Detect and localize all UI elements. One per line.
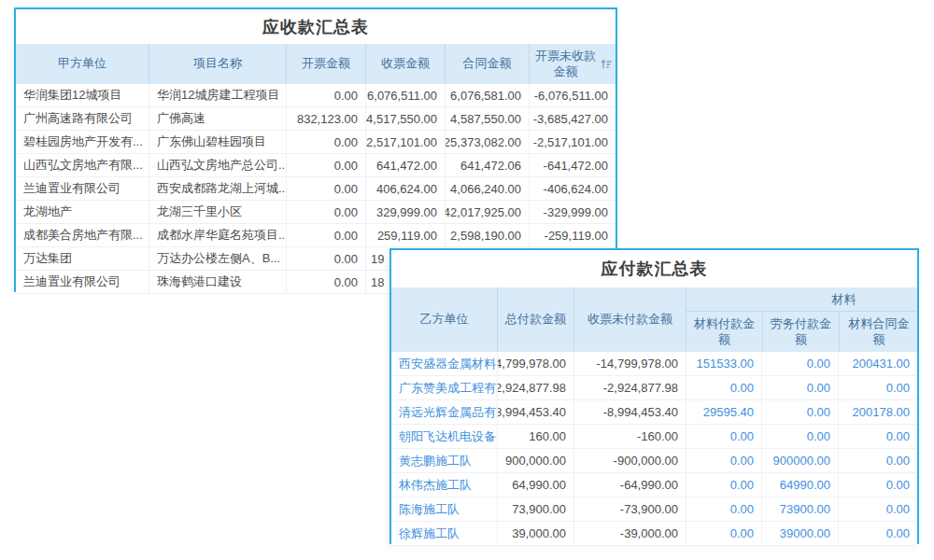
cell-invoiced-unpaid: -3,685,427.00 (529, 107, 616, 130)
table-row: 成都美合房地产有限... 成都水岸华庭名苑项目... 0.00 259,119.… (16, 224, 616, 247)
cell-party-b[interactable]: 黄志鹏施工队 (391, 449, 497, 472)
cell-material-contract[interactable]: 0.00 (838, 425, 917, 448)
cell-project: 万达办公楼左侧A、B... (149, 247, 286, 270)
cell-labor-paid[interactable]: 39000.00 (761, 522, 838, 545)
cell-invoice-unpaid: -160.00 (573, 425, 686, 448)
col-header-total-paid[interactable]: 总付款金额 (497, 287, 573, 352)
cell-invoiced: 0.00 (286, 271, 365, 293)
cell-invoiced-unpaid: -6,076,511.00 (529, 84, 616, 106)
table-row: 广州高速路有限公司 广佛高速 832,123.00 4,517,550.00 4… (16, 107, 616, 131)
cell-contract: 2,598,190.00 (445, 224, 529, 246)
cell-party-b[interactable]: 西安盛器金属材料有 (391, 352, 497, 375)
cell-party-a: 华润集团12城项目 (16, 84, 149, 106)
cell-party-a: 兰迪置业有限公司 (16, 177, 149, 200)
col-header-invoiced-unpaid[interactable]: 开票未收款金额 (529, 44, 616, 84)
cell-invoiced: 0.00 (286, 247, 365, 270)
table-row: 广东赞美成工程有限 2,924,877.98 -2,924,877.98 0.0… (391, 376, 917, 400)
cell-party-b[interactable]: 陈海施工队 (391, 497, 497, 521)
cell-total-paid: 160.00 (497, 425, 573, 448)
col-header-project[interactable]: 项目名称 (149, 44, 286, 84)
col-header-invoiced[interactable]: 开票金额 (286, 44, 365, 84)
cell-material-paid[interactable]: 0.00 (686, 376, 761, 399)
cell-invoiced-unpaid: -259,119.00 (529, 224, 616, 246)
table-row: 朝阳飞达机电设备有 160.00 -160.00 0.00 0.00 0.00 (391, 425, 917, 449)
cell-material-contract[interactable]: 0.00 (838, 473, 917, 497)
col-header-party-a[interactable]: 甲方单位 (16, 44, 149, 84)
col-header-invoice-unpaid[interactable]: 收票未付款金额 (573, 287, 686, 352)
cell-party-a: 龙湖地产 (16, 201, 149, 223)
cell-material-contract[interactable]: 200178.00 (838, 400, 917, 424)
table-row: 龙湖地产 龙湖三千里小区 0.00 329,999.00 42,017,925.… (16, 201, 616, 224)
col-header-received[interactable]: 收票金额 (365, 44, 445, 84)
cell-invoiced: 0.00 (286, 177, 365, 200)
cell-party-b[interactable]: 清远光辉金属品有限 (391, 400, 497, 424)
cell-contract: 4,066,240.00 (445, 177, 529, 200)
cell-invoiced-unpaid: -641,472.00 (529, 154, 616, 176)
cell-project: 华润12城房建工程项目 (149, 84, 286, 106)
cell-party-b[interactable]: 朝阳飞达机电设备有 (391, 425, 497, 448)
cell-contract: 42,017,925.00 (445, 201, 529, 223)
cell-material-contract[interactable]: 0.00 (838, 449, 917, 472)
cell-total-paid: 39,000.00 (497, 522, 573, 545)
cell-received: 641,472.00 (365, 154, 445, 176)
cell-invoiced: 0.00 (286, 154, 365, 176)
cell-material-contract[interactable]: 0.00 (838, 376, 917, 399)
cell-material-paid[interactable]: 0.00 (686, 449, 761, 472)
cell-invoiced: 0.00 (286, 84, 365, 106)
cell-labor-paid[interactable]: 64990.00 (761, 473, 838, 497)
payables-table: 应付款汇总表 乙方单位 总付款金额 收票未付款金额 材料 材料付款金额 劳务付款… (389, 248, 919, 544)
cell-contract: 4,587,550.00 (445, 107, 529, 130)
col-header-labor-paid[interactable]: 劳务付款金额 (762, 312, 839, 352)
cell-material-paid[interactable]: 0.00 (686, 522, 761, 545)
cell-material-paid[interactable]: 29595.40 (686, 400, 761, 424)
cell-party-b[interactable]: 徐辉施工队 (391, 522, 497, 545)
cell-material-contract[interactable]: 0.00 (838, 522, 917, 545)
cell-invoice-unpaid: -2,924,877.98 (573, 376, 686, 399)
col-header-invoiced-unpaid-label: 开票未收款金额 (533, 49, 598, 79)
cell-invoice-unpaid: -73,900.00 (573, 497, 686, 521)
table-row: 西安盛器金属材料有 14,799,978.00 -14,799,978.00 1… (391, 352, 917, 376)
col-header-material-contract[interactable]: 材料合同金额 (839, 312, 918, 352)
cell-invoiced: 0.00 (286, 131, 365, 153)
table-row: 黄志鹏施工队 900,000.00 -900,000.00 0.00 90000… (391, 449, 917, 473)
cell-project: 成都水岸华庭名苑项目... (149, 224, 286, 246)
cell-labor-paid[interactable]: 0.00 (761, 425, 838, 448)
cell-material-paid[interactable]: 0.00 (686, 473, 761, 497)
cell-labor-paid[interactable]: 0.00 (761, 400, 838, 424)
cell-total-paid: 73,900.00 (497, 497, 573, 521)
table-row: 山西弘文房地产有限... 山西弘文房地产总公司... 0.00 641,472.… (16, 154, 616, 177)
cell-labor-paid[interactable]: 0.00 (761, 376, 838, 399)
cell-contract: 6,076,581.00 (445, 84, 529, 106)
cell-party-a: 广州高速路有限公司 (16, 107, 149, 130)
cell-invoiced-unpaid: -2,517,101.00 (529, 131, 616, 153)
sort-ascending-icon[interactable] (601, 59, 612, 70)
cell-labor-paid[interactable]: 73900.00 (761, 497, 838, 521)
col-header-material-paid[interactable]: 材料付款金额 (686, 312, 762, 352)
cell-invoice-unpaid: -8,994,453.40 (573, 400, 686, 424)
cell-invoice-unpaid: -900,000.00 (573, 449, 686, 472)
cell-party-b[interactable]: 林伟杰施工队 (391, 473, 497, 497)
cell-labor-paid[interactable]: 0.00 (761, 352, 838, 375)
table-row: 碧桂园房地产开发有... 广东佛山碧桂园项目 0.00 2,517,101.00… (16, 131, 616, 154)
cell-invoiced-unpaid: -406,624.00 (529, 177, 616, 200)
report-canvas: 应收款汇总表 甲方单位 项目名称 开票金额 收票金额 合同金额 开票未收款金额 … (0, 0, 934, 560)
cell-material-contract[interactable]: 200431.00 (838, 352, 917, 375)
cell-party-b[interactable]: 广东赞美成工程有限 (391, 376, 497, 399)
cell-party-a: 万达集团 (16, 247, 149, 270)
cell-material-contract[interactable]: 0.00 (838, 497, 917, 521)
cell-material-paid[interactable]: 0.00 (686, 425, 761, 448)
col-header-party-b[interactable]: 乙方单位 (391, 287, 497, 352)
cell-received: 6,076,511.00 (365, 84, 445, 106)
cell-material-paid[interactable]: 151533.00 (686, 352, 761, 375)
col-group-header-material: 材料 (686, 287, 917, 312)
material-column-group: 材料 材料付款金额 劳务付款金额 材料合同金额 (686, 287, 917, 352)
cell-received: 4,517,550.00 (365, 107, 445, 130)
cell-project: 龙湖三千里小区 (149, 201, 286, 223)
cell-labor-paid[interactable]: 900000.00 (761, 449, 838, 472)
col-header-contract[interactable]: 合同金额 (445, 44, 529, 84)
cell-received: 2,517,101.00 (365, 131, 445, 153)
cell-invoiced: 832,123.00 (286, 107, 365, 130)
cell-project: 广佛高速 (149, 107, 286, 130)
cell-material-paid[interactable]: 0.00 (686, 497, 761, 521)
cell-total-paid: 14,799,978.00 (497, 352, 573, 375)
